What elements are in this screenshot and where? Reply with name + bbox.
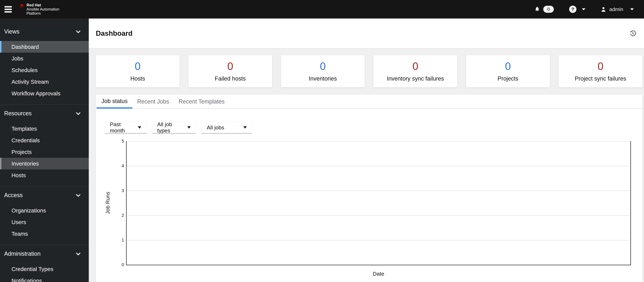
job-status-panel: Job status Recent Jobs Recent Templates … bbox=[96, 95, 642, 282]
nav-group-label: Access bbox=[4, 192, 23, 199]
page-header: Dashboard bbox=[89, 18, 644, 48]
sidebar-item-teams[interactable]: Teams bbox=[0, 228, 89, 240]
nav-group-access: Access Organizations Users Teams bbox=[0, 186, 89, 245]
y-tick-label: 1 bbox=[117, 238, 124, 243]
panel-tabs: Job status Recent Jobs Recent Templates bbox=[96, 95, 642, 108]
card-value[interactable]: 0 bbox=[227, 61, 233, 71]
help-menu-caret-icon[interactable] bbox=[582, 8, 586, 10]
nav-group-title-views[interactable]: Views bbox=[0, 26, 89, 37]
card-label: Projects bbox=[498, 75, 518, 82]
card-label: Inventories bbox=[309, 75, 337, 82]
username-label[interactable]: admin bbox=[609, 6, 623, 12]
sidebar-item-notifications[interactable]: Notifications bbox=[0, 275, 89, 282]
card-inventory-sync-failures[interactable]: 0 Inventory sync failures bbox=[374, 55, 457, 87]
chevron-down-icon bbox=[76, 251, 80, 255]
job-type-select-value: All job types bbox=[157, 121, 182, 134]
card-value[interactable]: 0 bbox=[412, 61, 418, 71]
card-projects[interactable]: 0 Projects bbox=[466, 55, 550, 87]
notifications-count-badge[interactable]: 0 bbox=[543, 6, 554, 13]
sidebar-item-dashboard[interactable]: Dashboard bbox=[0, 41, 89, 53]
masthead: Red Hat Ansible Automation Platform 0 ? … bbox=[0, 0, 644, 18]
y-tick-label: 5 bbox=[117, 139, 124, 144]
nav-group-title-administration[interactable]: Administration bbox=[0, 248, 89, 260]
gridline bbox=[126, 191, 630, 191]
sidebar-item-inventories[interactable]: Inventories bbox=[0, 158, 89, 169]
app-root: Red Hat Ansible Automation Platform 0 ? … bbox=[0, 0, 644, 282]
sidebar-item-credential-types[interactable]: Credential Types bbox=[0, 263, 89, 275]
y-axis-title: Job Runs bbox=[105, 192, 111, 214]
card-value[interactable]: 0 bbox=[135, 61, 141, 71]
nav-group-title-access[interactable]: Access bbox=[0, 189, 89, 201]
chevron-down-icon bbox=[76, 111, 80, 115]
nav-toggle-icon[interactable] bbox=[4, 6, 12, 12]
gridline bbox=[126, 215, 630, 216]
sidebar-item-organizations[interactable]: Organizations bbox=[0, 205, 89, 216]
tab-recent-jobs[interactable]: Recent Jobs bbox=[132, 95, 174, 108]
nav-group-title-resources[interactable]: Resources bbox=[0, 107, 89, 119]
user-avatar-icon[interactable] bbox=[601, 6, 606, 12]
red-hat-fedora-icon bbox=[19, 4, 24, 8]
x-axis-title: Date bbox=[373, 271, 384, 277]
card-project-sync-failures[interactable]: 0 Project sync failures bbox=[558, 55, 642, 87]
period-select-value: Past month bbox=[110, 121, 133, 134]
page-title: Dashboard bbox=[96, 29, 132, 37]
jobs-select[interactable]: All jobs bbox=[202, 122, 252, 133]
card-value[interactable]: 0 bbox=[505, 61, 511, 71]
summary-cards-row: 0 Hosts 0 Failed hosts 0 Inventories 0 I… bbox=[96, 55, 642, 87]
job-runs-chart: 5 4 3 2 1 0 Job Runs Date bbox=[126, 141, 631, 265]
gridline bbox=[126, 166, 630, 166]
sidebar-item-credentials[interactable]: Credentials bbox=[0, 134, 89, 146]
nav-group-label: Administration bbox=[4, 251, 40, 257]
history-icon[interactable] bbox=[629, 30, 636, 37]
nav-group-resources: Resources Templates Credentials Projects… bbox=[0, 104, 89, 186]
nav-group-label: Resources bbox=[4, 110, 32, 117]
brand-line-3: Platform bbox=[26, 11, 59, 15]
gridline bbox=[126, 141, 630, 141]
nav-group-views: Views Dashboard Jobs Schedules Activity … bbox=[0, 26, 89, 104]
card-label: Hosts bbox=[130, 75, 145, 82]
sidebar-item-workflow-approvals[interactable]: Workflow Approvals bbox=[0, 88, 89, 99]
tab-job-status[interactable]: Job status bbox=[96, 95, 132, 108]
y-tick-label: 4 bbox=[117, 164, 124, 168]
card-inventories[interactable]: 0 Inventories bbox=[281, 55, 365, 87]
main-content: 0 Hosts 0 Failed hosts 0 Inventories 0 I… bbox=[89, 48, 644, 282]
chevron-down-icon bbox=[76, 29, 80, 33]
job-type-select[interactable]: All job types bbox=[152, 122, 196, 133]
card-value[interactable]: 0 bbox=[320, 61, 326, 71]
jobs-select-value: All jobs bbox=[207, 124, 224, 131]
masthead-actions: 0 ? admin bbox=[535, 5, 634, 13]
select-caret-icon bbox=[138, 126, 141, 129]
sidebar: Views Dashboard Jobs Schedules Activity … bbox=[0, 18, 89, 282]
sidebar-item-jobs[interactable]: Jobs bbox=[0, 53, 89, 64]
sidebar-item-templates[interactable]: Templates bbox=[0, 123, 89, 134]
nav-group-administration: Administration Credential Types Notifica… bbox=[0, 245, 89, 282]
tab-recent-templates[interactable]: Recent Templates bbox=[174, 95, 230, 108]
help-icon[interactable]: ? bbox=[569, 5, 576, 13]
y-tick-label: 3 bbox=[117, 188, 124, 193]
sidebar-item-hosts[interactable]: Hosts bbox=[0, 169, 89, 181]
select-caret-icon bbox=[243, 126, 247, 129]
period-select[interactable]: Past month bbox=[104, 122, 146, 133]
card-value[interactable]: 0 bbox=[598, 61, 604, 71]
y-tick-label: 0 bbox=[117, 262, 124, 267]
y-tick-label: 2 bbox=[117, 213, 124, 218]
chevron-down-icon bbox=[76, 192, 80, 197]
sidebar-item-projects[interactable]: Projects bbox=[0, 146, 89, 158]
sidebar-item-schedules[interactable]: Schedules bbox=[0, 64, 89, 76]
sidebar-item-users[interactable]: Users bbox=[0, 216, 89, 228]
user-menu-caret-icon[interactable] bbox=[630, 8, 634, 10]
brand-line-1: Red Hat bbox=[26, 3, 59, 7]
brand-line-2: Ansible Automation bbox=[26, 7, 59, 11]
brand-logo: Red Hat Ansible Automation Platform bbox=[19, 3, 59, 15]
card-label: Failed hosts bbox=[215, 75, 246, 82]
card-label: Inventory sync failures bbox=[387, 75, 444, 82]
card-failed-hosts[interactable]: 0 Failed hosts bbox=[188, 55, 272, 87]
notifications-bell-icon[interactable] bbox=[535, 6, 540, 12]
card-hosts[interactable]: 0 Hosts bbox=[96, 55, 180, 87]
nav-group-label: Views bbox=[4, 28, 19, 35]
chart-filters: Past month All job types All jobs bbox=[104, 122, 642, 133]
sidebar-item-activity-stream[interactable]: Activity Stream bbox=[0, 76, 89, 88]
gridline bbox=[126, 240, 630, 240]
select-caret-icon bbox=[187, 126, 191, 129]
card-label: Project sync failures bbox=[575, 75, 626, 82]
